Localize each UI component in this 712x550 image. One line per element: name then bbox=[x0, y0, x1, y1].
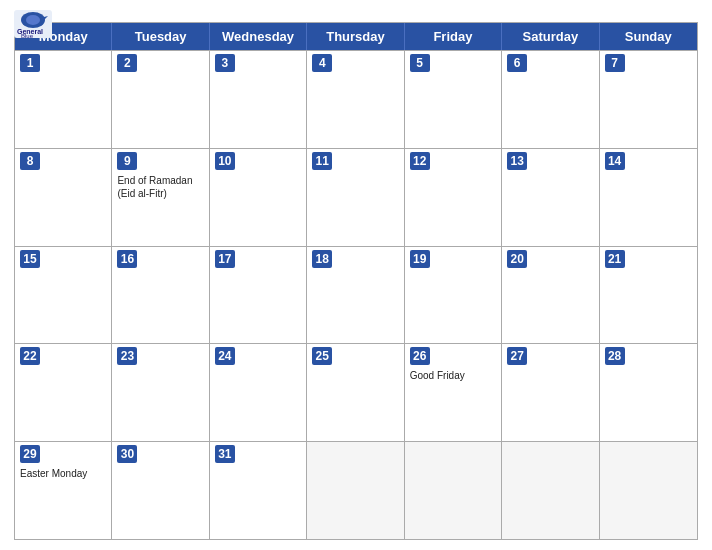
calendar-cell: 15 bbox=[15, 247, 112, 344]
week-row-3: 15161718192021 bbox=[15, 246, 697, 344]
day-header-thursday: Thursday bbox=[307, 23, 404, 50]
calendar-page: General Blue MondayTuesdayWednesdayThurs… bbox=[0, 0, 712, 550]
cell-event: End of Ramadan (Eid al-Fitr) bbox=[117, 174, 203, 200]
calendar-cell: 7 bbox=[600, 51, 697, 148]
calendar-cell: 4 bbox=[307, 51, 404, 148]
week-row-4: 2223242526Good Friday2728 bbox=[15, 343, 697, 441]
day-header-wednesday: Wednesday bbox=[210, 23, 307, 50]
cell-date-number: 6 bbox=[507, 54, 527, 72]
calendar-cell: 5 bbox=[405, 51, 502, 148]
logo-icon: General Blue bbox=[14, 10, 52, 38]
calendar-cell: 17 bbox=[210, 247, 307, 344]
calendar-cell: 2 bbox=[112, 51, 209, 148]
calendar-cell: 28 bbox=[600, 344, 697, 441]
calendar-cell: 1 bbox=[15, 51, 112, 148]
cell-date-number: 8 bbox=[20, 152, 40, 170]
cell-date-number: 5 bbox=[410, 54, 430, 72]
week-row-2: 89End of Ramadan (Eid al-Fitr)1011121314 bbox=[15, 148, 697, 246]
calendar-cell: 18 bbox=[307, 247, 404, 344]
cell-date-number: 15 bbox=[20, 250, 40, 268]
cell-date-number: 3 bbox=[215, 54, 235, 72]
cell-date-number: 13 bbox=[507, 152, 527, 170]
calendar-cell: 6 bbox=[502, 51, 599, 148]
cell-date-number: 9 bbox=[117, 152, 137, 170]
cell-date-number: 30 bbox=[117, 445, 137, 463]
cell-event: Good Friday bbox=[410, 369, 496, 382]
week-row-1: 1234567 bbox=[15, 50, 697, 148]
calendar-cell bbox=[405, 442, 502, 539]
calendar-cell: 23 bbox=[112, 344, 209, 441]
weeks-container: 123456789End of Ramadan (Eid al-Fitr)101… bbox=[15, 50, 697, 539]
cell-date-number: 17 bbox=[215, 250, 235, 268]
week-row-5: 29Easter Monday3031 bbox=[15, 441, 697, 539]
day-header-sunday: Sunday bbox=[600, 23, 697, 50]
calendar-cell: 8 bbox=[15, 149, 112, 246]
calendar-cell: 16 bbox=[112, 247, 209, 344]
cell-date-number: 10 bbox=[215, 152, 235, 170]
cell-date-number: 21 bbox=[605, 250, 625, 268]
cell-date-number: 25 bbox=[312, 347, 332, 365]
calendar-cell: 26Good Friday bbox=[405, 344, 502, 441]
svg-text:Blue: Blue bbox=[21, 33, 34, 38]
cell-date-number: 1 bbox=[20, 54, 40, 72]
calendar-cell: 11 bbox=[307, 149, 404, 246]
cell-date-number: 7 bbox=[605, 54, 625, 72]
cell-date-number: 2 bbox=[117, 54, 137, 72]
calendar-cell bbox=[600, 442, 697, 539]
cell-date-number: 12 bbox=[410, 152, 430, 170]
calendar-cell bbox=[307, 442, 404, 539]
cell-date-number: 28 bbox=[605, 347, 625, 365]
calendar-cell: 31 bbox=[210, 442, 307, 539]
calendar-cell: 19 bbox=[405, 247, 502, 344]
day-header-friday: Friday bbox=[405, 23, 502, 50]
calendar-cell: 12 bbox=[405, 149, 502, 246]
calendar-cell: 20 bbox=[502, 247, 599, 344]
calendar-cell: 30 bbox=[112, 442, 209, 539]
days-header-row: MondayTuesdayWednesdayThursdayFridaySatu… bbox=[15, 23, 697, 50]
logo: General Blue bbox=[14, 10, 52, 38]
cell-event: Easter Monday bbox=[20, 467, 106, 480]
calendar-cell: 22 bbox=[15, 344, 112, 441]
cell-date-number: 31 bbox=[215, 445, 235, 463]
cell-date-number: 26 bbox=[410, 347, 430, 365]
cell-date-number: 4 bbox=[312, 54, 332, 72]
cell-date-number: 18 bbox=[312, 250, 332, 268]
cell-date-number: 29 bbox=[20, 445, 40, 463]
calendar-cell: 24 bbox=[210, 344, 307, 441]
calendar-grid: MondayTuesdayWednesdayThursdayFridaySatu… bbox=[14, 22, 698, 540]
day-header-tuesday: Tuesday bbox=[112, 23, 209, 50]
cell-date-number: 11 bbox=[312, 152, 332, 170]
cell-date-number: 27 bbox=[507, 347, 527, 365]
svg-point-3 bbox=[26, 15, 40, 25]
calendar-cell: 3 bbox=[210, 51, 307, 148]
cell-date-number: 19 bbox=[410, 250, 430, 268]
calendar-cell: 9End of Ramadan (Eid al-Fitr) bbox=[112, 149, 209, 246]
cell-date-number: 14 bbox=[605, 152, 625, 170]
calendar-cell: 14 bbox=[600, 149, 697, 246]
calendar-cell bbox=[502, 442, 599, 539]
cell-date-number: 20 bbox=[507, 250, 527, 268]
calendar-cell: 27 bbox=[502, 344, 599, 441]
calendar-cell: 21 bbox=[600, 247, 697, 344]
calendar-cell: 13 bbox=[502, 149, 599, 246]
cell-date-number: 22 bbox=[20, 347, 40, 365]
calendar-cell: 29Easter Monday bbox=[15, 442, 112, 539]
calendar-cell: 10 bbox=[210, 149, 307, 246]
cell-date-number: 24 bbox=[215, 347, 235, 365]
calendar-header: General Blue bbox=[14, 10, 698, 18]
day-header-saturday: Saturday bbox=[502, 23, 599, 50]
calendar-cell: 25 bbox=[307, 344, 404, 441]
cell-date-number: 16 bbox=[117, 250, 137, 268]
cell-date-number: 23 bbox=[117, 347, 137, 365]
